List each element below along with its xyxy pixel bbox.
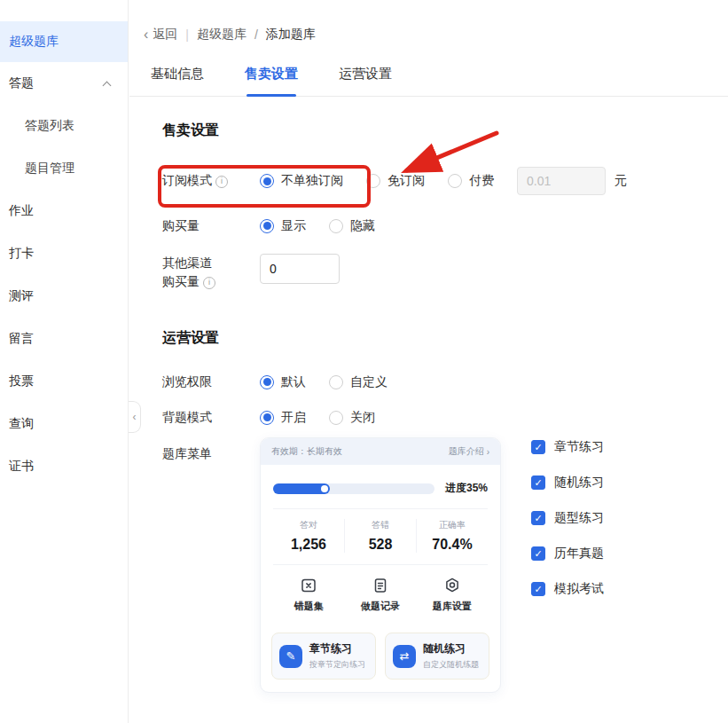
page: 超级题库 答题 答题列表 题目管理 作业 打卡 测评 留言 投票 查询 证书 ‹… (0, 0, 728, 723)
field-label-text: 购买量 (162, 274, 200, 288)
gear-icon (443, 577, 461, 594)
sidebar-item-vote[interactable]: 投票 (0, 360, 128, 403)
radio-icon (448, 174, 462, 188)
radio-label: 不单独订阅 (281, 173, 343, 189)
sidebar-item-message[interactable]: 留言 (0, 318, 128, 360)
recite-mode-row: 背题模式 开启 关闭 (162, 408, 728, 428)
checkbox-past-exams[interactable]: ✓ 历年真题 (531, 546, 604, 562)
radio-label: 付费 (469, 173, 494, 189)
collapse-chevron-icon: ‹ (133, 411, 137, 423)
checkbox-random-practice[interactable]: ✓ 随机练习 (531, 475, 604, 491)
answer-record-button[interactable]: 做题记录 (345, 577, 417, 613)
purchase-volume-label: 购买量 (162, 216, 260, 236)
practice-texts: 章节练习 按章节定向练习 (309, 641, 365, 671)
checkbox-icon: ✓ (531, 511, 545, 525)
radio-icon (329, 411, 343, 425)
practice-desc: 按章节定向练习 (309, 659, 365, 671)
bank-intro-link[interactable]: 题库介绍 › (449, 445, 489, 458)
stat-label: 答错 (345, 519, 416, 531)
checkbox-icon: ✓ (531, 582, 545, 596)
bank-menu-content: 有效期：长期有效 题库介绍 › 进度35% (260, 437, 604, 693)
stats-section: 答对 1,256 答错 528 正确率 70.4% (273, 508, 488, 564)
breadcrumb: ‹ 返回 | 超级题库 / 添加题库 (129, 0, 728, 43)
stat-accuracy: 正确率 70.4% (416, 519, 488, 553)
other-channel-controls (260, 254, 340, 284)
radio-no-separate-subscription[interactable]: 不单独订阅 (260, 173, 343, 189)
radio-recite-off[interactable]: 关闭 (329, 410, 375, 426)
tab-sale-settings[interactable]: 售卖设置 (245, 66, 298, 96)
price-input[interactable] (517, 167, 606, 195)
bank-menu-row: 题库菜单 有效期：长期有效 题库介绍 › (162, 437, 728, 693)
back-chevron-icon: ‹ (144, 27, 148, 43)
radio-label: 免订阅 (387, 173, 425, 189)
sidebar-item-answer-list[interactable]: 答题列表 (0, 105, 128, 147)
record-icon (372, 577, 389, 594)
radio-icon (260, 411, 274, 425)
action-label: 做题记录 (361, 600, 400, 613)
stat-label: 答对 (273, 519, 344, 531)
checkbox-label: 随机练习 (554, 475, 604, 491)
sidebar-collapse-handle[interactable]: ‹ (129, 401, 141, 433)
checkbox-chapter-practice[interactable]: ✓ 章节练习 (531, 439, 604, 455)
breadcrumb-current: 添加题库 (266, 27, 316, 43)
chevron-up-icon (103, 81, 112, 90)
action-label: 题库设置 (433, 600, 472, 613)
progress-fill (273, 483, 330, 494)
checkbox-icon: ✓ (531, 546, 545, 561)
browse-permission-label: 浏览权限 (162, 373, 260, 392)
wrong-question-set-button[interactable]: 错题集 (273, 577, 345, 613)
radio-custom-permission[interactable]: 自定义 (329, 374, 387, 390)
sidebar-item-checkin[interactable]: 打卡 (0, 232, 128, 275)
breadcrumb-divider: | (185, 28, 189, 42)
stat-label: 正确率 (417, 519, 488, 531)
radio-icon (329, 219, 343, 233)
stat-value: 528 (345, 537, 416, 553)
other-channel-row: 其他渠道 购买量i (162, 254, 728, 292)
radio-default-permission[interactable]: 默认 (260, 374, 306, 390)
back-button[interactable]: ‹ 返回 (144, 27, 177, 43)
sidebar-item-question-management[interactable]: 题目管理 (0, 147, 128, 190)
sidebar-item-super-question-bank[interactable]: 超级题库 (0, 21, 128, 62)
practice-title: 随机练习 (423, 641, 479, 656)
checkbox-label: 题型练习 (554, 510, 604, 526)
tab-bar: 基础信息 售卖设置 运营设置 (129, 43, 728, 97)
field-label-text: 订阅模式 (162, 173, 212, 187)
tab-basic-info[interactable]: 基础信息 (151, 66, 204, 96)
info-icon[interactable]: i (215, 176, 228, 188)
sidebar-item-query[interactable]: 查询 (0, 403, 128, 445)
radio-icon (260, 219, 274, 233)
practice-cards: ✎ 章节练习 按章节定向练习 ⇄ 随机练习 自定义随机练题 (261, 624, 500, 692)
intro-label: 题库介绍 (449, 445, 484, 458)
radio-hide-purchase[interactable]: 隐藏 (329, 218, 375, 234)
radio-paid-subscription[interactable]: 付费 (448, 173, 494, 189)
check-icon: ✓ (534, 478, 542, 488)
sidebar-item-label: 答题 (9, 75, 34, 91)
field-label-text: 其他渠道 (162, 255, 212, 270)
sidebar-item-assessment[interactable]: 测评 (0, 275, 128, 318)
chapter-practice-card[interactable]: ✎ 章节练习 按章节定向练习 (271, 633, 376, 680)
breadcrumb-parent[interactable]: 超级题库 (197, 27, 247, 43)
radio-free-subscription[interactable]: 免订阅 (366, 173, 425, 189)
action-label: 错题集 (294, 600, 324, 613)
settings-form: 售卖设置 订阅模式i 不单独订阅 免订阅 (129, 122, 728, 693)
sidebar-item-answer-group[interactable]: 答题 (0, 62, 128, 105)
radio-show-purchase[interactable]: 显示 (260, 218, 306, 234)
sidebar-item-homework[interactable]: 作业 (0, 190, 128, 232)
info-icon[interactable]: i (203, 277, 215, 289)
other-channel-label: 其他渠道 购买量i (162, 254, 260, 292)
random-practice-card[interactable]: ⇄ 随机练习 自定义随机练题 (385, 633, 489, 680)
checkbox-label: 历年真题 (554, 546, 604, 562)
purchase-volume-options: 显示 隐藏 (260, 218, 398, 234)
other-channel-quantity-input[interactable] (260, 254, 340, 284)
bank-menu-label: 题库菜单 (162, 437, 260, 464)
sidebar-item-certificate[interactable]: 证书 (0, 445, 128, 488)
subscription-mode-label: 订阅模式i (162, 171, 260, 191)
bank-settings-button[interactable]: 题库设置 (416, 577, 488, 613)
checkbox-label: 模拟考试 (554, 581, 604, 597)
breadcrumb-separator: / (254, 28, 258, 42)
radio-recite-on[interactable]: 开启 (260, 410, 306, 426)
checkbox-mock-exam[interactable]: ✓ 模拟考试 (531, 581, 604, 597)
checkbox-type-practice[interactable]: ✓ 题型练习 (531, 510, 604, 526)
subscription-mode-row: 订阅模式i 不单独订阅 免订阅 付费 元 (162, 167, 728, 195)
tab-operation-settings[interactable]: 运营设置 (339, 66, 392, 96)
